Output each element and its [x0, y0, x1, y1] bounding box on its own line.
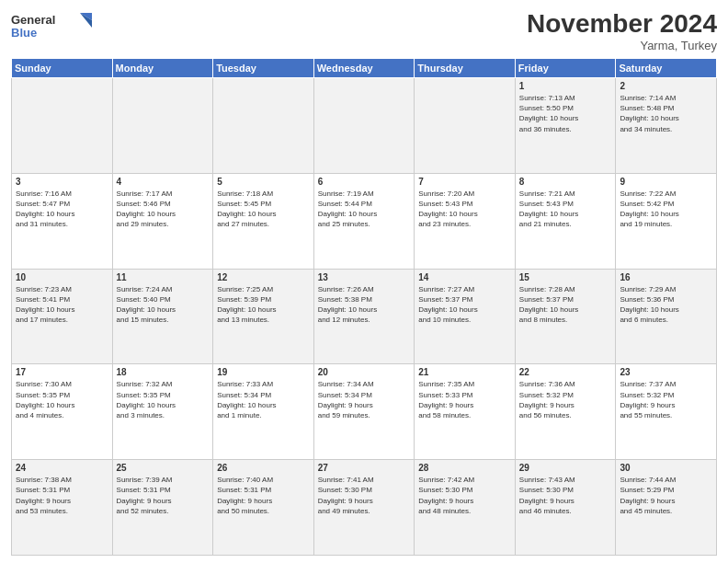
table-row: 9Sunrise: 7:22 AM Sunset: 5:42 PM Daylig… — [616, 173, 717, 269]
day-info: Sunrise: 7:39 AM Sunset: 5:31 PM Dayligh… — [117, 475, 210, 516]
day-number: 20 — [318, 367, 411, 377]
day-info: Sunrise: 7:25 AM Sunset: 5:39 PM Dayligh… — [217, 284, 310, 326]
table-row — [213, 78, 314, 174]
table-row: 26Sunrise: 7:40 AM Sunset: 5:31 PM Dayli… — [213, 460, 314, 556]
table-row — [12, 78, 113, 174]
calendar-week-row: 3Sunrise: 7:16 AM Sunset: 5:47 PM Daylig… — [12, 173, 717, 269]
day-number: 3 — [16, 177, 108, 187]
location-label: Yarma, Turkey — [527, 39, 717, 52]
table-row: 19Sunrise: 7:33 AM Sunset: 5:34 PM Dayli… — [213, 364, 314, 460]
day-info: Sunrise: 7:24 AM Sunset: 5:40 PM Dayligh… — [117, 284, 210, 326]
calendar-week-row: 1Sunrise: 7:13 AM Sunset: 5:50 PM Daylig… — [12, 78, 717, 174]
day-info: Sunrise: 7:40 AM Sunset: 5:31 PM Dayligh… — [217, 475, 310, 516]
day-number: 17 — [16, 367, 108, 377]
table-row: 16Sunrise: 7:29 AM Sunset: 5:36 PM Dayli… — [616, 269, 717, 364]
day-number: 19 — [217, 367, 310, 377]
day-info: Sunrise: 7:38 AM Sunset: 5:31 PM Dayligh… — [16, 475, 108, 516]
col-tuesday: Tuesday — [213, 59, 314, 78]
table-row: 15Sunrise: 7:28 AM Sunset: 5:37 PM Dayli… — [515, 269, 616, 364]
table-row: 13Sunrise: 7:26 AM Sunset: 5:38 PM Dayli… — [313, 269, 415, 364]
day-info: Sunrise: 7:44 AM Sunset: 5:29 PM Dayligh… — [620, 475, 712, 516]
day-number: 26 — [217, 463, 310, 473]
month-title: November 2024 — [527, 9, 717, 39]
day-number: 28 — [418, 463, 511, 473]
table-row: 3Sunrise: 7:16 AM Sunset: 5:47 PM Daylig… — [12, 173, 113, 269]
table-row: 5Sunrise: 7:18 AM Sunset: 5:45 PM Daylig… — [213, 173, 314, 269]
calendar-week-row: 17Sunrise: 7:30 AM Sunset: 5:35 PM Dayli… — [12, 364, 717, 460]
day-info: Sunrise: 7:42 AM Sunset: 5:30 PM Dayligh… — [418, 475, 511, 516]
title-block: November 2024 Yarma, Turkey — [527, 9, 717, 52]
table-row: 18Sunrise: 7:32 AM Sunset: 5:35 PM Dayli… — [112, 364, 213, 460]
day-info: Sunrise: 7:14 AM Sunset: 5:48 PM Dayligh… — [620, 93, 712, 134]
day-number: 25 — [117, 463, 210, 473]
day-number: 18 — [117, 367, 210, 377]
table-row: 21Sunrise: 7:35 AM Sunset: 5:33 PM Dayli… — [415, 364, 516, 460]
day-info: Sunrise: 7:41 AM Sunset: 5:30 PM Dayligh… — [318, 475, 411, 516]
day-number: 6 — [318, 177, 411, 187]
table-row: 27Sunrise: 7:41 AM Sunset: 5:30 PM Dayli… — [313, 460, 415, 556]
day-info: Sunrise: 7:27 AM Sunset: 5:37 PM Dayligh… — [418, 284, 511, 326]
day-info: Sunrise: 7:18 AM Sunset: 5:45 PM Dayligh… — [217, 189, 310, 230]
day-number: 16 — [620, 272, 712, 282]
day-number: 30 — [620, 463, 712, 473]
day-info: Sunrise: 7:13 AM Sunset: 5:50 PM Dayligh… — [519, 93, 612, 134]
svg-text:General: General — [11, 13, 55, 27]
day-number: 11 — [117, 272, 210, 282]
table-row: 20Sunrise: 7:34 AM Sunset: 5:34 PM Dayli… — [313, 364, 415, 460]
day-info: Sunrise: 7:30 AM Sunset: 5:35 PM Dayligh… — [16, 379, 108, 420]
calendar-week-row: 24Sunrise: 7:38 AM Sunset: 5:31 PM Dayli… — [12, 460, 717, 556]
day-number: 9 — [620, 177, 712, 187]
calendar-table: Sunday Monday Tuesday Wednesday Thursday… — [11, 58, 717, 556]
col-sunday: Sunday — [12, 59, 113, 78]
table-row: 29Sunrise: 7:43 AM Sunset: 5:30 PM Dayli… — [515, 460, 616, 556]
table-row: 17Sunrise: 7:30 AM Sunset: 5:35 PM Dayli… — [12, 364, 113, 460]
day-number: 22 — [519, 367, 612, 377]
table-row: 30Sunrise: 7:44 AM Sunset: 5:29 PM Dayli… — [616, 460, 717, 556]
col-thursday: Thursday — [415, 59, 516, 78]
day-info: Sunrise: 7:32 AM Sunset: 5:35 PM Dayligh… — [117, 379, 210, 420]
table-row: 7Sunrise: 7:20 AM Sunset: 5:43 PM Daylig… — [415, 173, 516, 269]
page-header: General Blue November 2024 Yarma, Turkey — [11, 9, 717, 52]
col-saturday: Saturday — [616, 59, 717, 78]
logo: General Blue — [11, 9, 94, 42]
calendar-week-row: 10Sunrise: 7:23 AM Sunset: 5:41 PM Dayli… — [12, 269, 717, 364]
svg-text:Blue: Blue — [11, 26, 37, 40]
table-row: 10Sunrise: 7:23 AM Sunset: 5:41 PM Dayli… — [12, 269, 113, 364]
day-info: Sunrise: 7:43 AM Sunset: 5:30 PM Dayligh… — [519, 475, 612, 516]
day-number: 7 — [418, 177, 511, 187]
day-info: Sunrise: 7:21 AM Sunset: 5:43 PM Dayligh… — [519, 189, 612, 230]
table-row: 25Sunrise: 7:39 AM Sunset: 5:31 PM Dayli… — [112, 460, 213, 556]
day-number: 1 — [519, 81, 612, 91]
col-friday: Friday — [515, 59, 616, 78]
day-info: Sunrise: 7:37 AM Sunset: 5:32 PM Dayligh… — [620, 379, 712, 420]
day-info: Sunrise: 7:28 AM Sunset: 5:37 PM Dayligh… — [519, 284, 612, 326]
table-row: 28Sunrise: 7:42 AM Sunset: 5:30 PM Dayli… — [415, 460, 516, 556]
calendar-header-row: Sunday Monday Tuesday Wednesday Thursday… — [12, 59, 717, 78]
table-row — [415, 78, 516, 174]
table-row: 6Sunrise: 7:19 AM Sunset: 5:44 PM Daylig… — [313, 173, 415, 269]
day-number: 13 — [318, 272, 411, 282]
day-info: Sunrise: 7:23 AM Sunset: 5:41 PM Dayligh… — [16, 284, 108, 326]
table-row: 8Sunrise: 7:21 AM Sunset: 5:43 PM Daylig… — [515, 173, 616, 269]
table-row: 11Sunrise: 7:24 AM Sunset: 5:40 PM Dayli… — [112, 269, 213, 364]
col-wednesday: Wednesday — [313, 59, 415, 78]
day-info: Sunrise: 7:20 AM Sunset: 5:43 PM Dayligh… — [418, 189, 511, 230]
col-monday: Monday — [112, 59, 213, 78]
table-row: 1Sunrise: 7:13 AM Sunset: 5:50 PM Daylig… — [515, 78, 616, 174]
day-number: 29 — [519, 463, 612, 473]
day-number: 5 — [217, 177, 310, 187]
day-number: 23 — [620, 367, 712, 377]
table-row — [112, 78, 213, 174]
day-number: 24 — [16, 463, 108, 473]
table-row: 23Sunrise: 7:37 AM Sunset: 5:32 PM Dayli… — [616, 364, 717, 460]
day-number: 27 — [318, 463, 411, 473]
day-info: Sunrise: 7:33 AM Sunset: 5:34 PM Dayligh… — [217, 379, 310, 420]
table-row — [313, 78, 415, 174]
day-info: Sunrise: 7:29 AM Sunset: 5:36 PM Dayligh… — [620, 284, 712, 326]
table-row: 24Sunrise: 7:38 AM Sunset: 5:31 PM Dayli… — [12, 460, 113, 556]
day-info: Sunrise: 7:26 AM Sunset: 5:38 PM Dayligh… — [318, 284, 411, 326]
table-row: 2Sunrise: 7:14 AM Sunset: 5:48 PM Daylig… — [616, 78, 717, 174]
day-number: 2 — [620, 81, 712, 91]
day-info: Sunrise: 7:19 AM Sunset: 5:44 PM Dayligh… — [318, 189, 411, 230]
day-info: Sunrise: 7:16 AM Sunset: 5:47 PM Dayligh… — [16, 189, 108, 230]
